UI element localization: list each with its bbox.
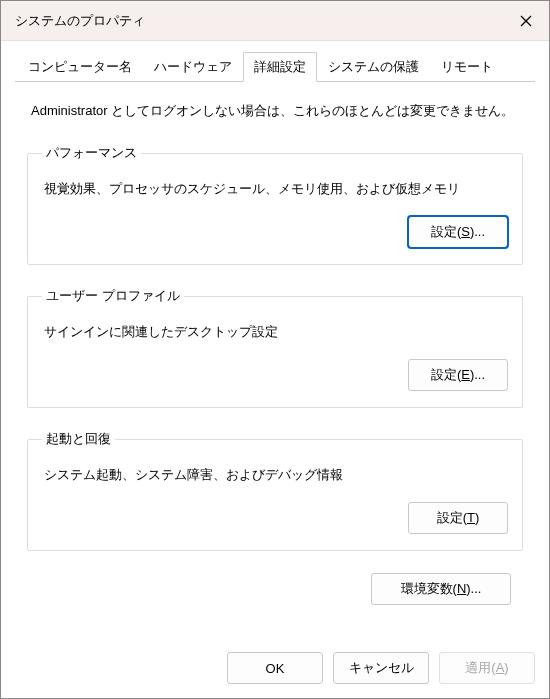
environment-variables-button[interactable]: 環境変数(N)... [371, 573, 511, 605]
button-label-suffix: )... [470, 367, 485, 382]
tab-system-protection[interactable]: システムの保護 [317, 52, 430, 82]
user-profiles-desc: サインインに関連したデスクトップ設定 [44, 323, 506, 341]
tab-advanced[interactable]: 詳細設定 [243, 52, 317, 82]
titlebar: システムのプロパティ [1, 1, 549, 41]
button-accel: N [457, 581, 466, 596]
performance-settings-button[interactable]: 設定(S)... [408, 216, 508, 248]
button-label-suffix: )... [470, 224, 485, 239]
close-button[interactable] [503, 1, 549, 41]
admin-note: Administrator としてログオンしない場合は、これらのほとんどは変更で… [31, 102, 523, 120]
group-performance-legend: パフォーマンス [42, 144, 141, 162]
close-icon [520, 15, 532, 27]
dialog-footer: OK キャンセル 適用(A) [1, 642, 549, 698]
button-accel: E [461, 367, 470, 382]
button-label-prefix: 適用( [465, 660, 495, 675]
button-label-suffix: ) [475, 510, 479, 525]
button-label-suffix: ) [504, 660, 508, 675]
group-performance: パフォーマンス 視覚効果、プロセッサのスケジュール、メモリ使用、および仮想メモリ… [27, 144, 523, 265]
cancel-button[interactable]: キャンセル [333, 652, 429, 684]
user-profiles-settings-button[interactable]: 設定(E)... [408, 359, 508, 391]
apply-button[interactable]: 適用(A) [439, 652, 535, 684]
button-accel: S [461, 224, 470, 239]
button-label-prefix: 設定( [431, 224, 461, 239]
startup-recovery-settings-button[interactable]: 設定(T) [408, 502, 508, 534]
group-startup-recovery-legend: 起動と回復 [42, 430, 115, 448]
window-title: システムのプロパティ [15, 12, 145, 30]
tab-computer-name[interactable]: コンピューター名 [17, 52, 143, 82]
button-label-prefix: 環境変数( [401, 581, 457, 596]
tab-remote[interactable]: リモート [430, 52, 504, 82]
button-label-suffix: )... [466, 581, 481, 596]
group-user-profiles: ユーザー プロファイル サインインに関連したデスクトップ設定 設定(E)... [27, 287, 523, 408]
client-area: コンピューター名 ハードウェア 詳細設定 システムの保護 リモート Admini… [1, 41, 549, 642]
group-user-profiles-legend: ユーザー プロファイル [42, 287, 184, 305]
tabstrip: コンピューター名 ハードウェア 詳細設定 システムの保護 リモート [15, 51, 535, 82]
button-accel: T [467, 510, 475, 525]
startup-recovery-desc: システム起動、システム障害、およびデバッグ情報 [44, 466, 506, 484]
tab-hardware[interactable]: ハードウェア [143, 52, 243, 82]
tabpanel-advanced: Administrator としてログオンしない場合は、これらのほとんどは変更で… [15, 82, 535, 642]
button-label-prefix: 設定( [437, 510, 467, 525]
button-label-prefix: 設定( [431, 367, 461, 382]
system-properties-window: システムのプロパティ コンピューター名 ハードウェア 詳細設定 システムの保護 … [0, 0, 550, 699]
performance-desc: 視覚効果、プロセッサのスケジュール、メモリ使用、および仮想メモリ [44, 180, 506, 198]
group-startup-recovery: 起動と回復 システム起動、システム障害、およびデバッグ情報 設定(T) [27, 430, 523, 551]
ok-button[interactable]: OK [227, 652, 323, 684]
